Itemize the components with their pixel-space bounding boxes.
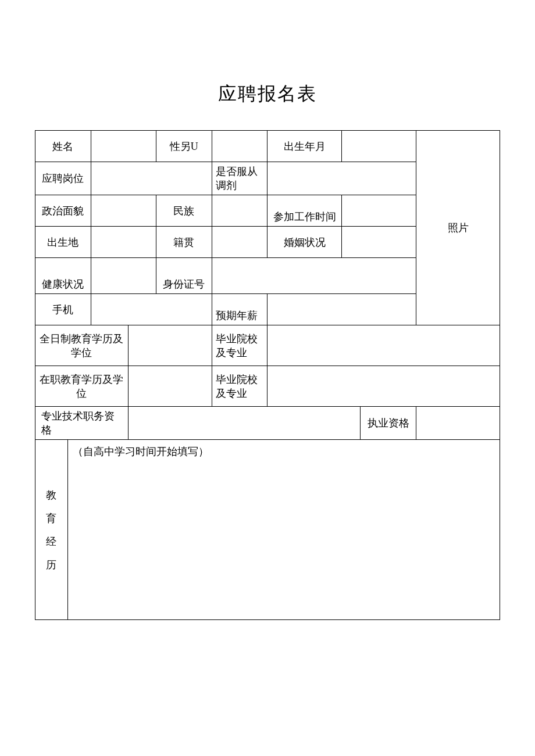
form-title: 应聘报名表 bbox=[35, 81, 500, 107]
label-expected-salary: 预期年薪 bbox=[212, 294, 268, 325]
label-marital: 婚姻状况 bbox=[268, 227, 342, 258]
label-birthplace: 出生地 bbox=[35, 227, 91, 258]
value-native-place[interactable] bbox=[212, 227, 268, 258]
photo-cell[interactable]: 照片 bbox=[416, 131, 500, 325]
value-birth[interactable] bbox=[342, 131, 416, 162]
label-gender: 性另U bbox=[156, 131, 212, 162]
value-position[interactable] bbox=[91, 162, 212, 195]
label-position: 应聘岗位 bbox=[35, 162, 91, 195]
label-accept-transfer: 是否服从调剂 bbox=[212, 162, 268, 195]
label-onjob-edu: 在职教育学历及学位 bbox=[35, 366, 129, 407]
value-fulltime-grad[interactable] bbox=[268, 325, 500, 366]
edu-history-note: （自高中学习时间开始填写） bbox=[73, 446, 209, 457]
value-ethnicity[interactable] bbox=[212, 195, 268, 227]
label-ethnicity: 民族 bbox=[156, 195, 212, 227]
value-pro-title[interactable] bbox=[128, 407, 360, 440]
value-political[interactable] bbox=[91, 195, 156, 227]
label-work-start: 参加工作时间 bbox=[268, 195, 342, 227]
label-fulltime-edu: 全日制教育学历及学位 bbox=[35, 325, 129, 366]
label-edu-history: 教 育 经 历 bbox=[35, 440, 68, 620]
label-practice-qual: 执业资格 bbox=[361, 407, 416, 440]
label-mobile: 手机 bbox=[35, 294, 91, 325]
label-birth: 出生年月 bbox=[268, 131, 342, 162]
value-fulltime-edu[interactable] bbox=[128, 325, 212, 366]
value-accept-transfer[interactable] bbox=[268, 162, 416, 195]
value-edu-history[interactable]: （自高中学习时间开始填写） bbox=[67, 440, 500, 620]
value-birthplace[interactable] bbox=[91, 227, 156, 258]
label-political: 政治面貌 bbox=[35, 195, 91, 227]
label-name: 姓名 bbox=[35, 131, 91, 162]
label-id-number: 身份证号 bbox=[156, 258, 212, 294]
value-work-start[interactable] bbox=[342, 195, 416, 227]
value-health[interactable] bbox=[91, 258, 156, 294]
value-onjob-grad[interactable] bbox=[268, 366, 500, 407]
value-practice-qual[interactable] bbox=[416, 407, 500, 440]
value-marital[interactable] bbox=[342, 227, 416, 258]
label-fulltime-grad: 毕业院校及专业 bbox=[212, 325, 268, 366]
label-native-place: 籍贯 bbox=[156, 227, 212, 258]
value-gender[interactable] bbox=[212, 131, 268, 162]
label-onjob-grad: 毕业院校及专业 bbox=[212, 366, 268, 407]
value-onjob-edu[interactable] bbox=[128, 366, 212, 407]
value-id-number[interactable] bbox=[212, 258, 416, 294]
application-form-table: 姓名 性另U 出生年月 照片 应聘岗位 是否服从调剂 政治面貌 民族 参加工作时… bbox=[35, 130, 500, 620]
value-expected-salary[interactable] bbox=[268, 294, 416, 325]
value-mobile[interactable] bbox=[91, 294, 212, 325]
value-name[interactable] bbox=[91, 131, 156, 162]
label-health: 健康状况 bbox=[35, 258, 91, 294]
label-pro-title: 专业技术职务资格 bbox=[35, 407, 129, 440]
